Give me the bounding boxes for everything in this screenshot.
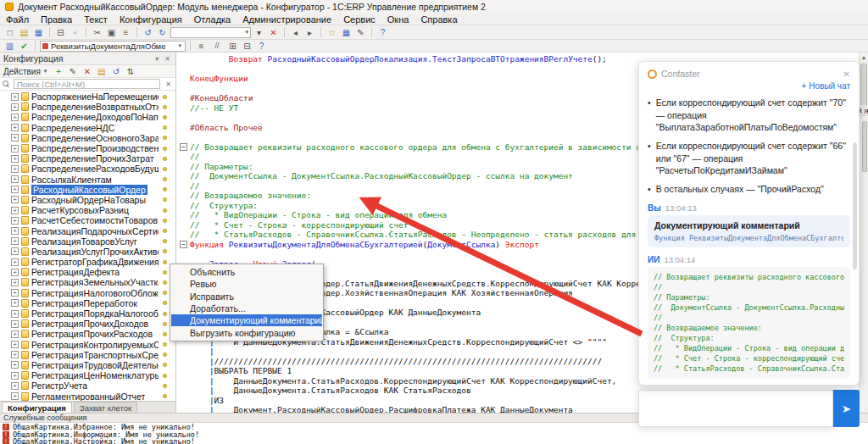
separator[interactable] (190, 41, 191, 51)
context-menu-item[interactable]: Выгрузить конфигурацию (171, 326, 322, 338)
separator[interactable] (320, 27, 321, 37)
print-button[interactable]: ⊟ (54, 27, 67, 38)
menu-item[interactable]: Справка (415, 14, 463, 25)
sidebar-tab[interactable]: Захват клеток (74, 402, 137, 413)
undo-button[interactable]: ↺ (142, 27, 154, 38)
clear-find-button[interactable]: ✕ (267, 27, 280, 38)
tree-item[interactable]: + РасходныйОрдерНаТовары (0, 195, 175, 205)
context-menu-item[interactable]: Объяснить (171, 266, 322, 278)
tree-item[interactable]: + РасчетСебестоимостиТоваров (0, 215, 175, 225)
scrollbar-thumb[interactable] (862, 121, 867, 172)
expander-icon[interactable]: + (11, 330, 19, 338)
tree-item[interactable]: + РаспределениеПроизводственныхЗатрат (0, 143, 175, 153)
tree-item[interactable]: + РегистрацияПрочихРасходов (0, 329, 175, 339)
expander-icon[interactable]: + (11, 341, 19, 348)
comment-button[interactable]: // (209, 41, 225, 52)
expander-icon[interactable]: + (11, 217, 19, 225)
properties-scrollbar[interactable] (860, 116, 868, 381)
tree-item[interactable]: + РегистрацияПереработок (0, 298, 175, 308)
expander-icon[interactable]: + (11, 310, 19, 318)
expander-icon[interactable]: + (11, 351, 19, 358)
find-dropdown-button[interactable]: ▾ (253, 27, 265, 38)
edit-button[interactable]: ✎ (354, 27, 367, 38)
tree-item[interactable]: + РеализацияУслугПрочихАктивов (0, 247, 175, 257)
actions-menu-button[interactable]: Действия ▾ (3, 67, 48, 76)
tree-item[interactable]: + РегистрацияНалоговогоОбложенияНал (0, 288, 175, 298)
expander-icon[interactable]: + (11, 227, 19, 235)
help-button[interactable]: ? (376, 27, 389, 38)
expander-icon[interactable]: + (11, 93, 19, 101)
separator[interactable] (86, 27, 86, 37)
separator[interactable] (284, 27, 285, 37)
expander-icon[interactable]: + (11, 196, 19, 203)
menu-item[interactable]: Файл (0, 14, 35, 25)
fold-toggle-icon[interactable]: − (180, 241, 187, 248)
save-button[interactable]: ▦ (32, 27, 45, 38)
bookmark-button[interactable]: ☆ (326, 27, 338, 38)
tree-item[interactable]: + РегистрацияПорядкаНалогообложения (0, 308, 175, 319)
tree-item[interactable]: + РассылкаКлиентам (0, 175, 175, 185)
expander-icon[interactable]: + (11, 145, 19, 153)
separator[interactable] (35, 41, 36, 51)
history-button[interactable]: ↺ (109, 66, 122, 77)
procedures-combo[interactable]: РеквизитыДокументаДляОбме ▾ (40, 41, 186, 52)
expander-icon[interactable]: + (11, 392, 19, 400)
paste-button[interactable]: ≡ (120, 27, 132, 38)
new-document-button[interactable]: □ (3, 27, 16, 38)
expander-icon[interactable]: + (11, 361, 19, 369)
modules-button[interactable]: ▥ (3, 41, 16, 52)
expander-icon[interactable]: + (11, 247, 19, 255)
tree-item[interactable]: + РаспределениеВозвратныхОтходов (0, 102, 175, 112)
edit-object-button[interactable]: ✎ (66, 66, 79, 77)
tree-item[interactable]: + РегистрацияТранспортныхСредств (0, 350, 175, 360)
fold-toggle-icon[interactable]: − (180, 143, 187, 151)
tree-item[interactable]: + РегистрацияЗемельныхУчастков (0, 277, 175, 287)
expander-icon[interactable]: + (11, 372, 19, 380)
tree-item[interactable]: + РаспределениеДоходовПоНаправлениямДеят… (0, 112, 175, 122)
expander-icon[interactable]: + (11, 207, 19, 214)
syntax-help-button[interactable]: ? (255, 41, 268, 52)
expander-icon[interactable]: + (11, 175, 19, 183)
tree-item[interactable]: + РаспределениеПрочихЗатрат (0, 153, 175, 164)
tree-item[interactable]: + РасходныйКассовыйОрдер (0, 185, 175, 195)
close-icon[interactable]: ✕ (163, 55, 172, 63)
tree-item[interactable]: + РаспределениеРасходовБудущихПериодов (0, 164, 175, 174)
collapse-groups-button[interactable]: ⊟ (241, 41, 253, 52)
tree-item[interactable]: + РегистрацияДефекта (0, 267, 175, 277)
context-menu-item[interactable]: Доработать... (171, 302, 322, 314)
tree-item[interactable]: + РаспоряжениеНаПеремещениеДенежныхСредс… (0, 92, 175, 102)
print-preview-button[interactable]: ▫ (69, 27, 81, 38)
expander-icon[interactable]: + (11, 134, 19, 142)
expander-icon[interactable]: + (11, 269, 19, 276)
tree-item[interactable]: + РегистрУчета (0, 380, 175, 391)
find-next-button[interactable]: ▸ (303, 27, 316, 38)
context-menu-item[interactable]: Ревью (171, 278, 322, 290)
find-prev-button[interactable]: ◂ (289, 27, 302, 38)
expander-icon[interactable]: + (11, 237, 19, 245)
new-chat-link[interactable]: + Новый чат (648, 81, 850, 91)
menu-item[interactable]: Конфигурация (114, 14, 188, 25)
separator[interactable] (371, 27, 372, 37)
separator[interactable] (49, 27, 50, 37)
grid-button[interactable]: ▦ (340, 27, 353, 38)
open-button[interactable]: ▤ (18, 27, 31, 38)
tree-item[interactable]: + РегистрацияПрочихДоходов (0, 319, 175, 329)
copy-button[interactable]: ▣ (105, 27, 118, 38)
search-input[interactable]: Поиск (Ctrl+Alt+M) (14, 79, 160, 89)
find-history-combo[interactable]: ▾ (170, 27, 251, 38)
expander-icon[interactable]: + (11, 155, 19, 163)
cut-button[interactable]: ✂ (91, 27, 103, 38)
tree-item[interactable]: + РегистрацияТрудовойДеятельности (0, 360, 175, 370)
syntax-check-button[interactable]: ✔ (18, 41, 31, 52)
chat-message-input[interactable] (638, 390, 833, 427)
expander-icon[interactable]: + (11, 114, 19, 121)
delete-button[interactable]: ✕ (81, 66, 93, 77)
tree-item[interactable]: + РаспределениеОсновногоЗаработка (0, 133, 175, 143)
expander-icon[interactable]: + (11, 289, 19, 297)
expander-icon[interactable]: + (11, 186, 19, 193)
menu-item[interactable]: Окна (381, 14, 415, 25)
expand-groups-button[interactable]: ⊞ (226, 41, 239, 52)
redo-button[interactable]: ↻ (156, 27, 169, 38)
sidebar-tab[interactable]: Конфигурация (2, 402, 72, 413)
menu-item[interactable]: Правка (35, 14, 78, 25)
